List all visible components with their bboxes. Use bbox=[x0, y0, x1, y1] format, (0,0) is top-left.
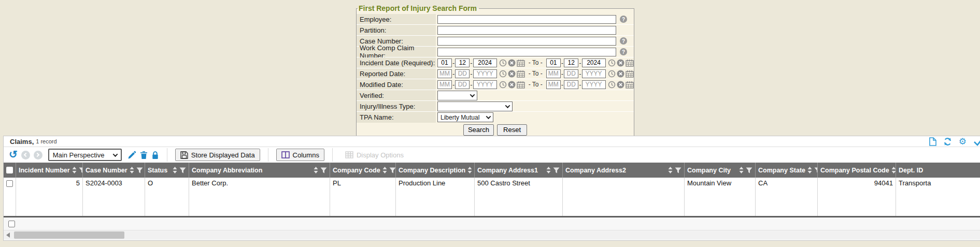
clear-icon[interactable] bbox=[508, 59, 516, 67]
filter-funnel-icon[interactable] bbox=[675, 167, 681, 173]
new-document-icon[interactable] bbox=[929, 137, 936, 146]
delete-trash-icon[interactable] bbox=[140, 151, 148, 159]
modified-from-year-input[interactable] bbox=[473, 80, 497, 89]
nav-previous-icon[interactable] bbox=[21, 151, 30, 159]
column-header-company-address1[interactable]: Company Address1 bbox=[475, 163, 563, 178]
row-checkbox[interactable] bbox=[6, 180, 13, 187]
sort-icon[interactable] bbox=[739, 167, 744, 173]
filter-funnel-icon[interactable] bbox=[320, 167, 327, 173]
column-header-company-abbreviation[interactable]: Company Abbreviation bbox=[189, 163, 330, 178]
reported-to-day-input[interactable] bbox=[564, 69, 578, 78]
sort-icon[interactable] bbox=[668, 167, 673, 173]
column-header-company-description[interactable]: Company Description bbox=[396, 163, 475, 178]
sort-icon[interactable] bbox=[130, 167, 134, 173]
edit-pencil-icon[interactable] bbox=[127, 151, 136, 159]
column-header-company-postal-code[interactable]: Company Postal Code bbox=[818, 163, 896, 178]
clear-icon[interactable] bbox=[508, 70, 516, 78]
help-icon[interactable]: ? bbox=[620, 37, 627, 45]
partition-input[interactable] bbox=[437, 26, 616, 35]
filter-funnel-icon[interactable] bbox=[179, 167, 186, 173]
nav-next-icon[interactable] bbox=[34, 151, 42, 159]
clear-icon[interactable] bbox=[617, 59, 624, 67]
calendar-icon[interactable] bbox=[517, 81, 525, 89]
incident-from-month-input[interactable] bbox=[437, 59, 452, 67]
gear-icon[interactable]: ⚙ bbox=[959, 138, 967, 146]
modified-from-month-input[interactable] bbox=[437, 80, 452, 89]
case-number-input[interactable] bbox=[437, 37, 616, 46]
work-comp-input[interactable] bbox=[437, 48, 616, 56]
sort-icon[interactable] bbox=[173, 167, 177, 173]
filter-funnel-icon[interactable] bbox=[746, 167, 752, 173]
clock-icon[interactable] bbox=[608, 70, 616, 78]
calendar-icon[interactable] bbox=[517, 59, 525, 67]
search-button[interactable]: Search bbox=[463, 124, 494, 136]
sort-icon[interactable] bbox=[891, 167, 896, 173]
sort-icon[interactable] bbox=[467, 167, 472, 173]
incident-to-month-input[interactable] bbox=[546, 59, 561, 67]
select-all-checkbox[interactable] bbox=[6, 167, 13, 173]
injury-type-select[interactable] bbox=[437, 101, 513, 111]
calendar-icon[interactable] bbox=[626, 70, 634, 78]
filter-funnel-icon[interactable] bbox=[79, 167, 83, 173]
clock-icon[interactable] bbox=[499, 81, 507, 89]
clock-icon[interactable] bbox=[608, 59, 616, 67]
tpa-name-select[interactable]: Liberty Mutual bbox=[437, 112, 493, 122]
incident-from-year-input[interactable] bbox=[473, 59, 497, 67]
footer-checkbox[interactable] bbox=[8, 221, 15, 227]
help-icon[interactable]: ? bbox=[620, 16, 627, 23]
clock-icon[interactable] bbox=[499, 70, 507, 78]
sort-icon[interactable] bbox=[382, 167, 387, 173]
reported-to-year-input[interactable] bbox=[582, 69, 606, 78]
incident-to-day-input[interactable] bbox=[564, 59, 578, 67]
filter-funnel-icon[interactable] bbox=[553, 167, 560, 173]
clear-icon[interactable] bbox=[617, 70, 624, 78]
undo-icon[interactable]: ↺ bbox=[9, 149, 18, 159]
modified-to-month-input[interactable] bbox=[546, 80, 561, 89]
incident-from-day-input[interactable] bbox=[455, 59, 470, 67]
column-header-dept-id[interactable]: Dept. ID bbox=[896, 163, 980, 178]
verified-select[interactable] bbox=[437, 91, 477, 100]
incident-to-year-input[interactable] bbox=[582, 59, 606, 67]
scrollbar-thumb[interactable] bbox=[14, 231, 124, 239]
lock-icon[interactable] bbox=[151, 151, 159, 159]
reported-from-year-input[interactable] bbox=[473, 69, 497, 78]
calendar-icon[interactable] bbox=[517, 70, 525, 78]
perspective-select[interactable]: Main Perspective bbox=[48, 149, 122, 161]
column-header-company-city[interactable]: Company City bbox=[685, 163, 756, 178]
columns-button[interactable]: Columns bbox=[276, 149, 324, 161]
column-header-status[interactable]: Status bbox=[145, 163, 189, 178]
reported-to-month-input[interactable] bbox=[546, 69, 561, 78]
refresh-icon[interactable] bbox=[943, 137, 952, 146]
horizontal-scrollbar[interactable] bbox=[4, 230, 980, 240]
column-header-incident-number[interactable]: Incident Number bbox=[16, 163, 83, 178]
employee-input[interactable] bbox=[437, 15, 616, 24]
clock-icon[interactable] bbox=[608, 81, 616, 89]
column-header-company-code[interactable]: Company Code bbox=[330, 163, 396, 178]
column-header-company-address2[interactable]: Company Address2 bbox=[563, 163, 685, 178]
filter-funnel-icon[interactable] bbox=[389, 167, 396, 173]
column-header-company-state[interactable]: Company State bbox=[756, 163, 818, 178]
modified-to-year-input[interactable] bbox=[582, 80, 606, 89]
clock-icon[interactable] bbox=[499, 59, 507, 67]
scroll-left-arrow-icon[interactable] bbox=[6, 233, 10, 238]
sort-icon[interactable] bbox=[807, 167, 812, 173]
modified-from-day-input[interactable] bbox=[455, 80, 470, 89]
table-row[interactable]: 5 S2024-0003 O Better Corp. PL Productio… bbox=[4, 178, 980, 216]
calendar-icon[interactable] bbox=[626, 59, 634, 67]
sort-icon[interactable] bbox=[546, 167, 551, 173]
clear-icon[interactable] bbox=[508, 81, 516, 89]
filter-funnel-icon[interactable] bbox=[814, 167, 818, 173]
column-header-case-number[interactable]: Case Number bbox=[83, 163, 145, 178]
sort-icon[interactable] bbox=[314, 167, 318, 173]
reported-from-day-input[interactable] bbox=[455, 69, 470, 78]
filter-funnel-icon[interactable] bbox=[136, 167, 143, 173]
store-displayed-data-button[interactable]: Store Displayed Data bbox=[175, 149, 260, 161]
modified-to-day-input[interactable] bbox=[564, 80, 578, 89]
help-icon[interactable]: ? bbox=[620, 48, 627, 55]
clear-icon[interactable] bbox=[617, 81, 624, 89]
chevron-icon[interactable] bbox=[973, 137, 980, 146]
calendar-icon[interactable] bbox=[626, 81, 634, 89]
sort-icon[interactable] bbox=[72, 167, 77, 173]
reset-button[interactable]: Reset bbox=[497, 124, 527, 136]
reported-from-month-input[interactable] bbox=[437, 69, 452, 78]
